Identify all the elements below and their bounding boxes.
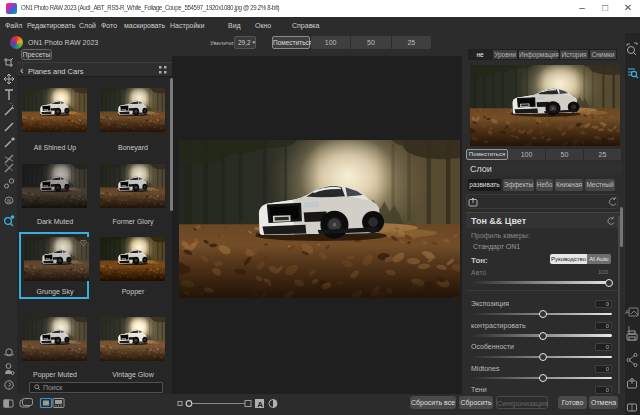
svg-text:A: A	[625, 309, 629, 315]
svg-text:A: A	[257, 400, 263, 409]
